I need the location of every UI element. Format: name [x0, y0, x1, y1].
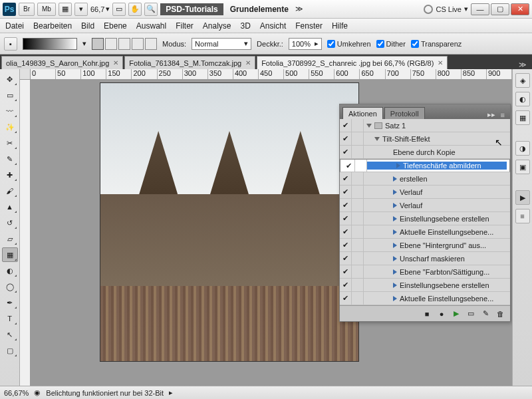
- document-image[interactable]: [100, 82, 359, 362]
- transparenz-checkbox[interactable]: Transparenz: [411, 40, 462, 48]
- action-row[interactable]: ✔Verlauf: [340, 199, 510, 212]
- menu-datei[interactable]: Datei: [5, 21, 24, 31]
- shape-tool[interactable]: ▢: [2, 343, 18, 358]
- eraser-tool[interactable]: ▱: [2, 231, 18, 246]
- action-row[interactable]: ✔Ebene durch Kopie: [340, 146, 510, 159]
- menu-analyse[interactable]: Analyse: [203, 21, 231, 31]
- close-icon[interactable]: ✕: [113, 59, 118, 66]
- heal-tool[interactable]: ✚: [2, 168, 18, 182]
- wand-tool[interactable]: ✨: [2, 120, 18, 134]
- action-row[interactable]: ✔Einstellungsebene erstellen: [340, 279, 510, 292]
- deck-field[interactable]: 100%▸: [289, 38, 322, 50]
- action-row[interactable]: ✔Verlauf: [340, 186, 510, 199]
- action-row[interactable]: ✔Tilt-Shift-Effekt: [340, 132, 510, 146]
- blur-tool[interactable]: ◐: [2, 263, 18, 278]
- record-icon[interactable]: ●: [437, 309, 446, 319]
- actions-dock-icon[interactable]: ▶: [515, 190, 530, 205]
- minibridge-button[interactable]: Mb: [37, 3, 56, 16]
- reflected-gradient-icon[interactable]: [132, 38, 144, 50]
- move-tool[interactable]: ✥: [2, 72, 18, 86]
- preset-label[interactable]: Grundelemente: [226, 5, 293, 14]
- tab-protokoll[interactable]: Protokoll: [384, 107, 425, 119]
- dither-checkbox[interactable]: Dither: [376, 40, 406, 48]
- menu-ansicht[interactable]: Ansicht: [260, 21, 286, 31]
- close-icon[interactable]: ✕: [245, 59, 251, 66]
- hand-tool-icon[interactable]: ✋: [128, 3, 142, 16]
- swatches-icon[interactable]: ◈: [515, 73, 530, 88]
- gradient-tool[interactable]: ▦: [2, 247, 18, 262]
- dodge-tool[interactable]: ◯: [2, 279, 18, 294]
- status-dd-icon[interactable]: ▸: [169, 388, 173, 397]
- action-row[interactable]: ✔erstellen: [340, 172, 510, 186]
- linear-gradient-icon[interactable]: [92, 38, 104, 50]
- diamond-gradient-icon[interactable]: [145, 38, 157, 50]
- cslive-button[interactable]: CS Live▾: [424, 5, 468, 14]
- color-icon[interactable]: ◐: [515, 92, 530, 106]
- menu-3d[interactable]: 3D: [241, 21, 251, 31]
- modus-select[interactable]: Normal▾: [192, 38, 251, 50]
- path-tool[interactable]: ↖: [2, 327, 18, 342]
- action-row[interactable]: ✔Aktuelle Einstellungsebene...: [340, 225, 510, 239]
- styles-icon[interactable]: ▦: [515, 110, 530, 125]
- trash-icon[interactable]: 🗑: [495, 309, 505, 319]
- maximize-button[interactable]: ▢: [491, 3, 509, 15]
- pen-tool[interactable]: ✒: [2, 295, 18, 310]
- history-dock-icon[interactable]: ≡: [515, 209, 530, 223]
- doc-tab[interactable]: Fotolia_761384_S_M.Tomczak.jpg✕: [124, 56, 255, 69]
- menu-bild[interactable]: Bild: [81, 21, 94, 31]
- type-tool[interactable]: T: [2, 311, 18, 326]
- zoom-tool-icon[interactable]: 🔍: [144, 3, 158, 16]
- adjustments-icon[interactable]: ◑: [515, 141, 530, 156]
- crop-tool[interactable]: ✂: [2, 136, 18, 150]
- action-row[interactable]: ✔Ebene "Hintergrund" aus...: [340, 239, 510, 252]
- action-row[interactable]: ✔Aktuelle Einstellungsebene...: [340, 292, 510, 305]
- doc-tab[interactable]: olia_149839_S_Aaron_Kohr.jpg✕: [1, 56, 123, 69]
- eyedropper-tool[interactable]: ✎: [2, 152, 18, 166]
- masks-icon[interactable]: ▣: [515, 160, 530, 174]
- new-action-icon[interactable]: ✎: [481, 309, 490, 319]
- zoom-dropdown[interactable]: 66,7▾: [90, 5, 110, 13]
- action-row[interactable]: ✔Tiefenschärfe abmildern: [340, 159, 510, 172]
- workspace-label[interactable]: PSD-Tutorials: [160, 3, 223, 15]
- screen-icon[interactable]: ▭: [112, 3, 126, 16]
- action-row[interactable]: ✔Ebene "Farbton/Sättigung...: [340, 265, 510, 279]
- gradient-preview[interactable]: [23, 38, 77, 50]
- layout-dd-icon[interactable]: ▾: [74, 3, 88, 16]
- more-icon[interactable]: ≫: [295, 5, 303, 13]
- stamp-tool[interactable]: ▲: [2, 200, 18, 214]
- close-icon[interactable]: ✕: [438, 59, 443, 66]
- menu-ebene[interactable]: Ebene: [104, 21, 127, 31]
- tab-aktionen[interactable]: Aktionen: [342, 107, 383, 119]
- action-row[interactable]: ✔Einstellungsebene erstellen: [340, 212, 510, 225]
- doc-tab-active[interactable]: Fotolia_3708992_S_chanreic .jpg bei 66,7…: [257, 56, 448, 69]
- stop-icon[interactable]: ■: [422, 309, 432, 319]
- action-row[interactable]: ✔Satz 1: [340, 119, 510, 132]
- marquee-tool[interactable]: ▭: [2, 88, 18, 102]
- umkehren-checkbox[interactable]: Umkehren: [327, 40, 371, 48]
- menu-filter[interactable]: Filter: [176, 21, 194, 31]
- layout-icon[interactable]: ▦: [59, 3, 72, 16]
- panel-menu-icon[interactable]: ≡: [498, 111, 507, 119]
- dd-icon[interactable]: ▾: [82, 39, 86, 48]
- menu-fenster[interactable]: Fenster: [295, 21, 323, 31]
- tabs-more-icon[interactable]: ≫: [515, 61, 531, 69]
- canvas-area[interactable]: 0501001502002503003504004505005506006507…: [20, 69, 512, 386]
- action-row[interactable]: ✔Unscharf maskieren: [340, 252, 510, 265]
- radial-gradient-icon[interactable]: [105, 38, 117, 50]
- brush-tool[interactable]: 🖌: [2, 184, 18, 198]
- play-icon[interactable]: ▶: [452, 309, 461, 319]
- minimize-button[interactable]: —: [471, 3, 489, 15]
- menu-auswahl[interactable]: Auswahl: [136, 21, 166, 31]
- menu-hilfe[interactable]: Hilfe: [332, 21, 348, 31]
- menu-bearbeiten[interactable]: Bearbeiten: [33, 21, 72, 31]
- angle-gradient-icon[interactable]: [118, 38, 130, 50]
- close-button[interactable]: ✕: [511, 3, 529, 15]
- panel-collapse-icon[interactable]: ▸▸: [485, 110, 498, 119]
- zoom-status[interactable]: 66,67%: [4, 389, 29, 397]
- ruler-horizontal: 0501001502002503003504004505005506006507…: [31, 69, 512, 80]
- history-brush-tool[interactable]: ↺: [2, 215, 18, 230]
- bridge-button[interactable]: Br: [19, 3, 35, 16]
- new-set-icon[interactable]: ▭: [466, 309, 475, 319]
- lasso-tool[interactable]: 〰: [2, 104, 18, 118]
- gradient-tool-icon[interactable]: ▪: [4, 37, 17, 51]
